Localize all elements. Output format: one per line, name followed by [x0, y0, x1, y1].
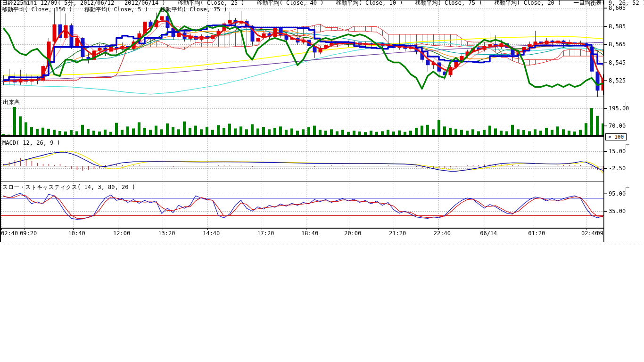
time-axis-label: 02:40: [1, 230, 18, 236]
stochastics-panel-label: スロー・ストキャスティクス( 14, 3, 80, 20 ): [2, 184, 135, 190]
time-axis-label: 22:40: [434, 230, 451, 236]
macd-axis-label: 15.00: [609, 148, 626, 154]
legend-item: 移動平均( Close, 40 ): [257, 0, 324, 6]
macd-axis-label: -2.50: [609, 165, 626, 171]
legend-item: 移動平均( Close, 25 ): [178, 0, 245, 6]
price-axis-label: 8,565: [609, 41, 626, 47]
time-axis-label: 09: [597, 230, 603, 236]
trading-chart-window: 日経225mini 12/09( 5分, 2012/06/12 - 2012/0…: [0, 0, 644, 362]
time-axis-label: 09:20: [20, 230, 37, 236]
time-axis-label: 18:40: [301, 230, 318, 236]
time-axis-label: 20:00: [344, 230, 361, 236]
time-axis-label: 12:00: [113, 230, 130, 236]
time-axis-label: 10:40: [68, 230, 85, 236]
time-axis-label: 13:20: [158, 230, 175, 236]
price-axis-label: 8,545: [609, 60, 626, 66]
time-axis-label: 17:20: [257, 230, 274, 236]
legend-row-1: 日経225mini 12/09( 5分, 2012/06/12 - 2012/0…: [2, 0, 644, 6]
price-axis-label: 8,605: [609, 5, 626, 11]
volume-panel-handle-icon[interactable]: [626, 102, 629, 107]
macd-panel-label: MACD( 12, 26, 9 ): [2, 140, 60, 146]
time-axis-label: 21:20: [389, 230, 406, 236]
stoch-axis-label: 95.00: [609, 191, 626, 197]
volume-multiplier-badge: × 100: [605, 133, 627, 140]
volume-panel-label: 出来高: [3, 99, 20, 106]
price-axis-label: 8,585: [609, 24, 626, 29]
time-axis-label: 01:20: [528, 230, 545, 236]
legend-row-2: 移動平均( Close, 150 )移動平均( Close, 5 )移動平均( …: [2, 7, 239, 13]
time-axis-label: 06/14: [480, 230, 497, 236]
price-axis-label: 8,525: [609, 78, 626, 83]
legend-item: 移動平均( Close, 150 ): [2, 7, 72, 13]
legend-item: 日経225mini 12/09( 5分, 2012/06/12 - 2012/0…: [2, 0, 165, 6]
legend-item: 移動平均( Close, 75 ): [415, 0, 482, 6]
chart-canvas[interactable]: [0, 0, 644, 250]
stoch-panel-handle-icon[interactable]: [626, 187, 629, 192]
time-axis-label: 14:40: [203, 230, 220, 236]
time-axis-label: 02:40: [581, 230, 598, 236]
legend-item: 移動平均( Close, 5 ): [84, 7, 148, 13]
legend-item: 移動平均( Close, 75 ): [160, 7, 227, 13]
legend-item: 移動平均( Close, 10 ): [336, 0, 403, 6]
macd-panel-handle-icon[interactable]: [626, 144, 629, 149]
volume-axis-label: 70.00: [609, 123, 626, 129]
legend-item: 移動平均( Close, 20 ): [494, 0, 561, 6]
stoch-axis-label: 35.00: [609, 208, 626, 214]
price-panel-handle-icon[interactable]: [626, 2, 629, 7]
